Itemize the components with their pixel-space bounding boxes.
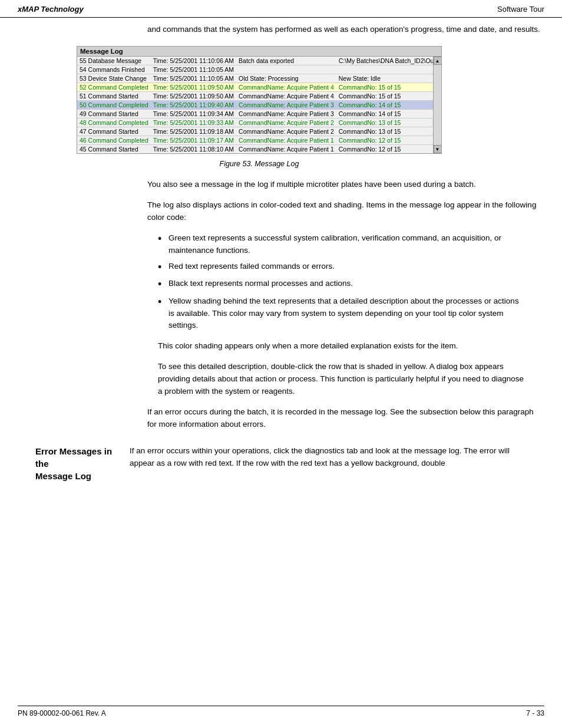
log-cell-cmd: CommandName: Acquire Patient 4 — [236, 92, 336, 101]
page-footer: PN 89-00002-00-061 Rev. A 7 - 33 — [18, 706, 544, 717]
log-cell-num: 50 Command Completed — [77, 101, 151, 110]
log-cell-cmd: CommandName: Acquire Patient 1 — [236, 145, 336, 154]
log-cell-extra — [336, 65, 433, 74]
log-cell-num: 46 Command Completed — [77, 136, 151, 145]
log-cell-cmd: Old State: Processing — [236, 74, 336, 83]
log-cell-time: Time: 5/25/2001 11:09:50 AM — [151, 92, 236, 101]
message-log-box: Message Log 55 Database MessageTime: 5/2… — [77, 46, 442, 154]
log-cell-cmd: CommandName: Acquire Patient 2 — [236, 127, 336, 136]
log-cell-cmd: CommandName: Acquire Patient 3 — [236, 101, 336, 110]
header-section: Software Tour — [497, 5, 544, 14]
log-cell-num: 52 Command Completed — [77, 83, 151, 92]
section-body: If an error occurs within your operation… — [130, 445, 544, 482]
body-para-yellow2: To see this detailed description, double… — [158, 361, 527, 398]
log-cell-num: 47 Command Started — [77, 127, 151, 136]
log-cell-extra: New State: Idle — [336, 74, 433, 83]
log-cell-extra: CommandNo: 14 of 15 — [336, 110, 433, 118]
bullet-dot-icon: • — [158, 261, 168, 274]
table-row[interactable]: 45 Command StartedTime: 5/25/2001 11:08:… — [77, 145, 433, 154]
table-row[interactable]: 48 Command CompletedTime: 5/25/2001 11:0… — [77, 118, 433, 127]
body-para-yellow1: This color shading appears only when a m… — [158, 340, 527, 353]
footer-part-number: PN 89-00002-00-061 Rev. A — [18, 709, 106, 717]
log-cell-extra: CommandNo: 13 of 15 — [336, 118, 433, 127]
footer-page-number: 7 - 33 — [526, 709, 544, 717]
table-row[interactable]: 51 Command StartedTime: 5/25/2001 11:09:… — [77, 92, 433, 101]
log-cell-time: Time: 5/25/2001 11:09:18 AM — [151, 127, 236, 136]
scroll-down-button[interactable]: ▼ — [434, 145, 442, 153]
body-para-3: If an error occurs during the batch, it … — [147, 406, 544, 431]
main-content: and commands that the system has perform… — [0, 24, 562, 523]
log-cell-cmd: CommandName: Acquire Patient 4 — [236, 83, 336, 92]
table-row[interactable]: 47 Command StartedTime: 5/25/2001 11:09:… — [77, 127, 433, 136]
table-row[interactable]: 46 Command CompletedTime: 5/25/2001 11:0… — [77, 136, 433, 145]
log-cell-extra: CommandNo: 15 of 15 — [336, 92, 433, 101]
message-log-title: Message Log — [77, 47, 441, 57]
list-item: •Black text represents normal processes … — [158, 278, 527, 291]
body-para-2: The log also displays actions in color-c… — [147, 199, 544, 224]
log-cell-cmd: CommandName: Acquire Patient 3 — [236, 110, 336, 118]
list-item: •Green text represents a successful syst… — [158, 232, 527, 257]
log-cell-num: 55 Database Message — [77, 57, 151, 65]
scroll-up-button[interactable]: ▲ — [434, 57, 442, 65]
bullet-text: Green text represents a successful syste… — [168, 232, 527, 257]
table-row[interactable]: 50 Command CompletedTime: 5/25/2001 11:0… — [77, 101, 433, 110]
log-cell-time: Time: 5/25/2001 11:08:10 AM — [151, 145, 236, 154]
header-brand: xMAP Technology — [18, 5, 84, 14]
log-cell-time: Time: 5/25/2001 11:09:17 AM — [151, 136, 236, 145]
log-cell-time: Time: 5/25/2001 11:09:33 AM — [151, 118, 236, 127]
log-cell-cmd: Batch data exported — [236, 57, 336, 65]
log-cell-num: 53 Device State Change — [77, 74, 151, 83]
table-row[interactable]: 52 Command CompletedTime: 5/25/2001 11:0… — [77, 83, 433, 92]
log-cell-num: 54 Commands Finished — [77, 65, 151, 74]
log-cell-cmd: CommandName: Acquire Patient 1 — [236, 136, 336, 145]
body-para-1: You also see a message in the log if mul… — [147, 179, 544, 191]
log-cell-time: Time: 5/25/2001 11:10:05 AM — [151, 74, 236, 83]
log-table: 55 Database MessageTime: 5/25/2001 11:10… — [77, 57, 433, 153]
section-error-messages: Error Messages in the Message Log If an … — [18, 445, 544, 482]
list-item: •Red text represents failed commands or … — [158, 261, 527, 274]
section-heading-text: Error Messages in the Message Log — [35, 446, 112, 481]
page-header: xMAP Technology Software Tour — [0, 0, 562, 18]
log-cell-time: Time: 5/25/2001 11:10:05 AM — [151, 65, 236, 74]
intro-paragraph: and commands that the system has perform… — [147, 24, 544, 35]
log-scrollbar[interactable]: ▲ ▼ — [433, 57, 441, 153]
bullet-dot-icon: • — [158, 295, 168, 332]
section-heading: Error Messages in the Message Log — [18, 445, 130, 482]
log-cell-time: Time: 5/25/2001 11:09:40 AM — [151, 101, 236, 110]
log-cell-time: Time: 5/25/2001 11:10:06 AM — [151, 57, 236, 65]
message-log-figure: Message Log 55 Database MessageTime: 5/2… — [77, 46, 442, 154]
table-row[interactable]: 54 Commands FinishedTime: 5/25/2001 11:1… — [77, 65, 433, 74]
log-cell-num: 45 Command Started — [77, 145, 151, 154]
log-cell-extra: CommandNo: 12 of 15 — [336, 136, 433, 145]
bullet-text: Yellow shading behind the text represent… — [168, 295, 527, 332]
log-content: 55 Database MessageTime: 5/25/2001 11:10… — [77, 57, 433, 153]
log-cell-extra: C:\My Batches\DNA Batch_ID2\Ou — [336, 57, 433, 65]
log-cell-num: 48 Command Completed — [77, 118, 151, 127]
log-cell-extra: CommandNo: 14 of 15 — [336, 101, 433, 110]
log-cell-extra: CommandNo: 13 of 15 — [336, 127, 433, 136]
log-cell-time: Time: 5/25/2001 11:09:50 AM — [151, 83, 236, 92]
log-cell-num: 49 Command Started — [77, 110, 151, 118]
log-cell-cmd — [236, 65, 336, 74]
log-cell-extra: CommandNo: 12 of 15 — [336, 145, 433, 154]
log-cell-extra: CommandNo: 15 of 15 — [336, 83, 433, 92]
bullet-dot-icon: • — [158, 232, 168, 257]
log-cell-time: Time: 5/25/2001 11:09:34 AM — [151, 110, 236, 118]
brand-name: MAP Technology — [22, 5, 83, 14]
bullet-dot-icon: • — [158, 278, 168, 291]
log-cell-cmd: CommandName: Acquire Patient 2 — [236, 118, 336, 127]
figure-caption: Figure 53. Message Log — [77, 160, 442, 168]
bullet-list: •Green text represents a successful syst… — [158, 232, 527, 332]
bullet-text: Black text represents normal processes a… — [168, 278, 527, 291]
list-item: •Yellow shading behind the text represen… — [158, 295, 527, 332]
table-row[interactable]: 55 Database MessageTime: 5/25/2001 11:10… — [77, 57, 433, 65]
log-scroll-area: 55 Database MessageTime: 5/25/2001 11:10… — [77, 57, 441, 153]
table-row[interactable]: 53 Device State ChangeTime: 5/25/2001 11… — [77, 74, 433, 83]
scroll-track — [434, 65, 442, 145]
table-row[interactable]: 49 Command StartedTime: 5/25/2001 11:09:… — [77, 110, 433, 118]
bullet-text: Red text represents failed commands or e… — [168, 261, 527, 274]
log-cell-num: 51 Command Started — [77, 92, 151, 101]
